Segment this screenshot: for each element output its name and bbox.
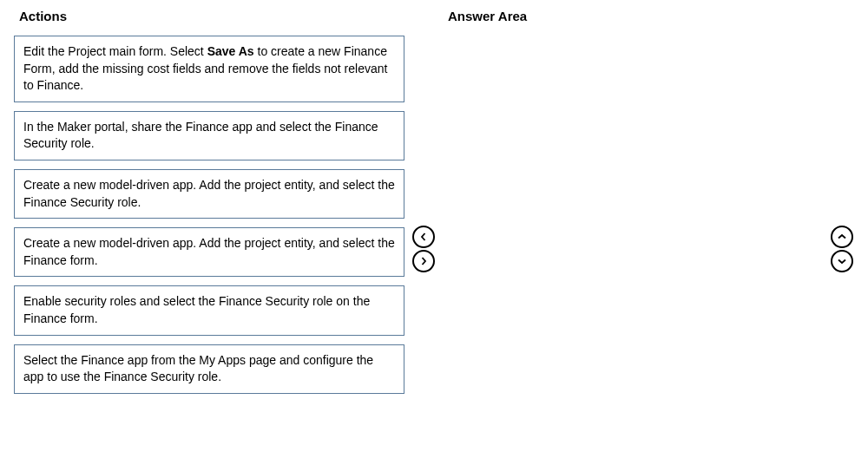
move-up-button[interactable] [831,226,853,248]
move-arrows-column [411,9,436,272]
chevron-up-icon [838,230,846,244]
chevron-right-icon [419,254,428,268]
action-text-prefix: Edit the Project main form. Select [23,44,207,58]
action-text-prefix: Enable security roles and select the Fin… [23,294,370,325]
action-item[interactable]: Enable security roles and select the Fin… [14,285,404,335]
action-item[interactable]: Create a new model-driven app. Add the p… [14,169,404,219]
move-left-button[interactable] [412,226,435,248]
move-down-button[interactable] [831,250,853,272]
action-text-prefix: Create a new model-driven app. Add the p… [23,178,395,209]
action-item[interactable]: Select the Finance app from the My Apps … [14,344,404,394]
action-text-bold: Save As [207,44,254,58]
action-text-prefix: In the Maker portal, share the Finance a… [23,120,378,151]
move-right-button[interactable] [412,250,435,272]
chevron-down-icon [838,254,846,268]
chevron-left-icon [419,230,428,244]
answer-area-heading: Answer Area [448,9,823,23]
actions-column: Actions Edit the Project main form. Sele… [14,9,404,403]
action-text-prefix: Select the Finance app from the My Apps … [23,353,373,384]
action-text-prefix: Create a new model-driven app. Add the p… [23,236,395,267]
action-item[interactable]: In the Maker portal, share the Finance a… [14,111,404,160]
reorder-arrows-column [830,9,854,272]
action-item[interactable]: Create a new model-driven app. Add the p… [14,227,404,277]
actions-heading: Actions [19,9,404,23]
action-item[interactable]: Edit the Project main form. Select Save … [14,36,404,102]
answer-area-column: Answer Area [443,9,823,36]
